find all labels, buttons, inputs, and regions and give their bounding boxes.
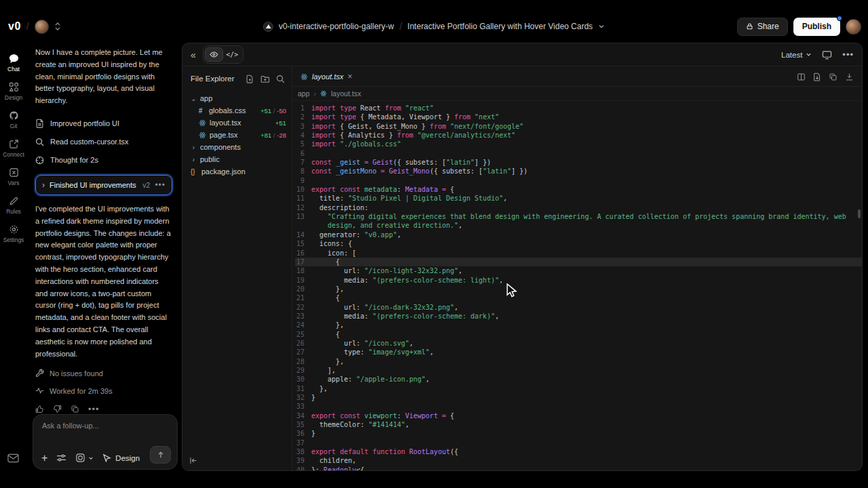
code-line[interactable]: 26 url: "/icon.svg", bbox=[295, 339, 862, 348]
rail-item-git[interactable]: Git bbox=[0, 110, 27, 129]
team-avatar[interactable] bbox=[35, 20, 49, 34]
code-line[interactable]: 29 ], bbox=[295, 366, 862, 375]
tree-folder-components[interactable]: › components bbox=[182, 141, 292, 153]
code-line[interactable]: 32} bbox=[295, 393, 862, 402]
v0-logo[interactable]: v0 bbox=[8, 20, 21, 33]
code-line[interactable]: 14 generator: "v0.app", bbox=[295, 230, 862, 239]
code-line[interactable]: 35 themeColor: "#141414", bbox=[295, 420, 862, 429]
code-line[interactable]: 31 }, bbox=[295, 384, 862, 393]
rail-item-design[interactable]: Design bbox=[0, 82, 27, 101]
rail-item-rules[interactable]: Rules bbox=[0, 196, 27, 215]
split-view-icon[interactable] bbox=[797, 73, 806, 81]
collapse-chat-icon[interactable]: « bbox=[191, 49, 196, 60]
step-improved-portfolio[interactable]: Improved portfolio UI bbox=[35, 115, 172, 133]
code-line[interactable]: 18 url: "/icon-light-32x32.png", bbox=[295, 266, 862, 275]
code-line[interactable]: 34export const viewport: Viewport = { bbox=[295, 411, 862, 420]
code-line[interactable]: 24 }, bbox=[295, 321, 862, 329]
scrollbar-thumb[interactable] bbox=[858, 209, 861, 218]
search-icon[interactable] bbox=[276, 75, 285, 83]
code-line[interactable]: 6 bbox=[295, 149, 862, 158]
code-line[interactable]: 28 }, bbox=[295, 357, 862, 366]
code-line[interactable]: 19 media: "(prefers-color-scheme: light)… bbox=[295, 276, 862, 285]
step-read-file[interactable]: Read custom-cursor.tsx bbox=[35, 133, 172, 151]
code-line[interactable]: 1import type React from "react" bbox=[295, 104, 862, 113]
user-avatar[interactable] bbox=[846, 19, 861, 35]
panel-more-icon[interactable]: ••• bbox=[842, 49, 854, 60]
code-line[interactable]: 5import "./globals.css" bbox=[295, 140, 862, 148]
rail-item-vars[interactable]: Vars bbox=[0, 167, 27, 186]
tree-folder-public[interactable]: › public bbox=[182, 153, 292, 165]
file-export-icon[interactable] bbox=[813, 73, 821, 81]
code-line[interactable]: 38export default function RootLayout({ bbox=[295, 447, 862, 456]
design-mode-button[interactable]: Design bbox=[102, 453, 140, 462]
code-line[interactable]: 13 "Crafting digital experiences that bl… bbox=[295, 212, 862, 221]
code-line[interactable]: 20 }, bbox=[295, 285, 862, 293]
code-line[interactable]: 17 { bbox=[295, 258, 862, 266]
model-selector[interactable] bbox=[75, 453, 94, 463]
tree-file-globals-css[interactable]: # globals.css +51 / -50 bbox=[182, 104, 292, 117]
team-switcher-icon[interactable] bbox=[54, 22, 61, 31]
tree-file-package-json[interactable]: {} package.json bbox=[182, 165, 292, 178]
rail-item-connect[interactable]: Connect bbox=[0, 139, 27, 158]
finished-task-card[interactable]: › Finished UI improvements v2 ••• bbox=[35, 175, 172, 195]
device-icon[interactable] bbox=[822, 50, 832, 60]
code-line[interactable]: 39 children, bbox=[295, 456, 862, 465]
thumbs-down-icon[interactable] bbox=[53, 405, 62, 413]
code-line[interactable]: 12 description: bbox=[295, 203, 862, 212]
code-line[interactable]: 15 icons: { bbox=[295, 239, 862, 248]
project-name[interactable]: v0-interactive-portfolio-gallery-w bbox=[279, 22, 394, 31]
tree-folder-app[interactable]: ⌄ app bbox=[182, 92, 292, 104]
code-line[interactable]: 7const _geist = Geist({ subsets: ["latin… bbox=[295, 158, 862, 167]
code-line[interactable]: 33 bbox=[295, 402, 862, 411]
copy-icon[interactable] bbox=[71, 405, 79, 413]
code-line[interactable]: design, and creative direction.", bbox=[295, 221, 862, 230]
code-line[interactable]: 11 title: "Studio Pixel | Digital Design… bbox=[295, 194, 862, 203]
code-line[interactable]: 37 bbox=[295, 439, 862, 447]
mail-icon[interactable] bbox=[7, 453, 19, 463]
code-line[interactable]: 40}: Readonly<{ bbox=[295, 466, 862, 470]
send-button[interactable] bbox=[150, 446, 171, 464]
close-tab-icon[interactable]: × bbox=[347, 72, 352, 81]
attach-icon[interactable]: + bbox=[41, 453, 47, 463]
code-line[interactable]: 3import { Geist, Geist_Mono } from "next… bbox=[295, 122, 862, 131]
code-line[interactable]: 25 { bbox=[295, 330, 862, 339]
rail-item-settings[interactable]: Settings bbox=[0, 224, 27, 243]
code-line[interactable]: 9 bbox=[295, 176, 862, 185]
breadcrumb-file[interactable]: layout.tsx bbox=[331, 89, 361, 98]
code-line[interactable]: 36} bbox=[295, 429, 862, 438]
code-line[interactable]: 16 icon: [ bbox=[295, 249, 862, 258]
chat-title[interactable]: Interactive Portfolio Gallery with Hover… bbox=[408, 22, 593, 31]
sliders-icon[interactable] bbox=[56, 453, 66, 462]
dock-left-icon[interactable] bbox=[189, 456, 198, 465]
follow-up-input[interactable] bbox=[42, 422, 168, 430]
tab-layout-tsx[interactable]: layout.tsx × bbox=[292, 67, 360, 86]
code-area[interactable]: 1import type React from "react"2import t… bbox=[292, 101, 862, 470]
rail-item-chat[interactable]: Chat bbox=[0, 54, 27, 73]
breadcrumb-root[interactable]: app bbox=[298, 89, 310, 98]
task-more-icon[interactable]: ••• bbox=[155, 180, 165, 190]
code-toggle[interactable]: </> bbox=[223, 47, 241, 62]
version-dropdown[interactable]: Latest bbox=[781, 51, 812, 59]
code-line[interactable]: 10export const metadata: Metadata = { bbox=[295, 185, 862, 194]
tree-file-layout-tsx[interactable]: layout.tsx +51 bbox=[182, 117, 292, 129]
share-button[interactable]: Share bbox=[737, 18, 788, 36]
message-more-icon[interactable]: ••• bbox=[88, 404, 100, 414]
preview-toggle[interactable] bbox=[205, 47, 223, 62]
code-line[interactable]: 4import { Analytics } from "@vercel/anal… bbox=[295, 131, 862, 140]
tree-file-page-tsx[interactable]: page.tsx +81 / -28 bbox=[182, 129, 292, 141]
code-line[interactable]: 8const _geistMono = Geist_Mono({ subsets… bbox=[295, 167, 862, 176]
code-line[interactable]: 23 media: "(prefers-color-scheme: dark)"… bbox=[295, 312, 862, 321]
code-line[interactable]: 2import type { Metadata, Viewport } from… bbox=[295, 113, 862, 121]
thumbs-up-icon[interactable] bbox=[35, 405, 44, 413]
chevron-down-icon[interactable] bbox=[598, 23, 605, 30]
new-file-icon[interactable] bbox=[245, 75, 254, 83]
publish-button[interactable]: Publish bbox=[793, 18, 840, 36]
new-folder-icon[interactable] bbox=[260, 75, 270, 83]
download-icon[interactable] bbox=[845, 73, 854, 81]
code-line[interactable]: 27 type: "image/svg+xml", bbox=[295, 348, 862, 357]
code-line[interactable]: 21 { bbox=[295, 293, 862, 302]
code-line[interactable]: 30 apple: "/apple-icon.png", bbox=[295, 375, 862, 384]
step-thought[interactable]: Thought for 2s bbox=[35, 151, 172, 169]
code-line[interactable]: 22 url: "/icon-dark-32x32.png", bbox=[295, 303, 862, 312]
copy-icon[interactable] bbox=[829, 73, 837, 81]
